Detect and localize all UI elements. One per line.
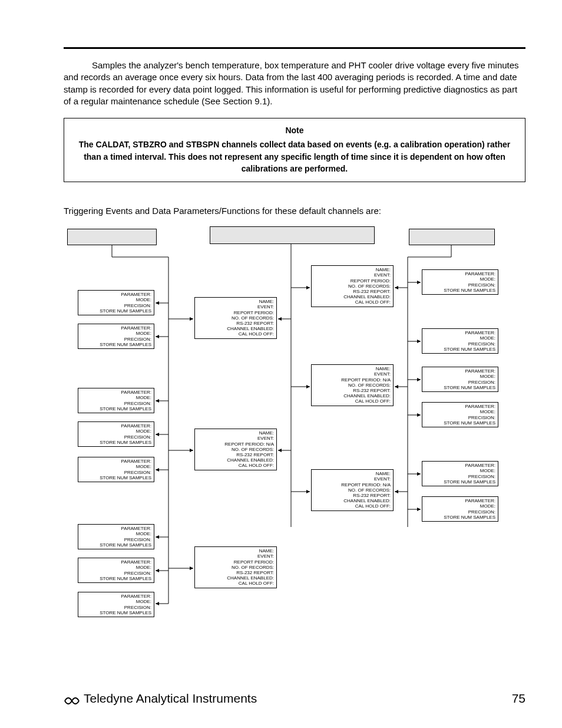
field: PARAMETER: (81, 526, 151, 531)
field: NO. OF RECORDS: (197, 447, 274, 452)
field: PARAMETER: (81, 292, 151, 297)
field: STORE NUM SAMPLES (81, 610, 151, 615)
field: CAL HOLD OFF: (197, 581, 274, 586)
field: PRECISION: (425, 380, 495, 385)
field: REPORT PERIOD: N/A (197, 442, 274, 447)
field: NO. OF RECORDS: (314, 284, 391, 289)
field: MODE: (81, 531, 151, 536)
field: STORE NUM SAMPLES (425, 420, 495, 426)
field: PRECISION: (81, 571, 151, 576)
field: PARAMETER: (425, 404, 495, 409)
param-box: PARAMETER: MODE: PRECISION: STORE NUM SA… (422, 328, 498, 354)
field: MODE: (425, 503, 495, 509)
field: EVENT: (314, 272, 391, 278)
field: STORE NUM SAMPLES (81, 406, 151, 411)
intro-paragraph: Samples the analyzer's bench temperature… (64, 60, 525, 107)
field: PARAMETER: (81, 423, 151, 429)
field: STORE NUM SAMPLES (425, 288, 495, 293)
channel-box: NAME: EVENT: REPORT PERIOD: N/A NO. OF R… (194, 429, 277, 470)
field: NO. OF RECORDS: (197, 565, 274, 570)
field: EVENT: (197, 436, 274, 441)
param-box: PARAMETER: MODE: PRECISION: STORE NUM SA… (422, 269, 498, 295)
diagram-header-left (67, 229, 157, 245)
footer-company: Teledyne Analytical Instruments (84, 691, 512, 706)
field: REPORT PERIOD: N/A (314, 377, 391, 383)
field: CAL HOLD OFF: (197, 463, 274, 468)
field: PRECISION: (81, 337, 151, 342)
field: MODE: (425, 276, 495, 282)
field: PARAMETER: (81, 594, 151, 599)
field: MODE: (81, 464, 151, 469)
field: CHANNEL ENABLED: (197, 326, 274, 331)
field: STORE NUM SAMPLES (425, 385, 495, 390)
note-title: Note (75, 124, 514, 136)
field: PARAMETER: (425, 271, 495, 276)
field: CHANNEL ENABLED: (314, 393, 391, 398)
field: REPORT PERIOD: (197, 310, 274, 315)
field: NO. OF RECORDS: (314, 487, 391, 493)
channel-box: NAME: EVENT: REPORT PERIOD: N/A NO. OF R… (311, 469, 394, 510)
field: MODE: (81, 565, 151, 570)
field: MODE: (81, 599, 151, 604)
param-box: PARAMETER: MODE: PRECISION: STORE NUM SA… (78, 290, 154, 315)
document-page: Samples the analyzer's bench temperature… (0, 0, 562, 728)
field: REPORT PERIOD: (197, 559, 274, 565)
param-box: PARAMETER: MODE: PRECISION: STORE NUM SA… (78, 324, 154, 349)
param-box: PARAMETER: MODE: PRECISION: STORE NUM SA… (422, 402, 498, 427)
field: STORE NUM SAMPLES (425, 515, 495, 520)
param-box: PARAMETER: MODE: PRECISION: STORE NUM SA… (78, 388, 154, 413)
page-footer: Teledyne Analytical Instruments 75 (64, 691, 525, 706)
param-box: PARAMETER: MODE: PRECISION: STORE NUM SA… (422, 461, 498, 486)
param-box: PARAMETER: MODE: PRECISION: STORE NUM SA… (78, 421, 154, 447)
channel-box: NAME: EVENT: REPORT PERIOD: NO. OF RECOR… (194, 546, 277, 588)
field: PARAMETER: (81, 390, 151, 395)
param-box: PARAMETER: MODE: PRECISION: STORE NUM SA… (78, 558, 154, 583)
field: RS-232 REPORT: (197, 570, 274, 575)
field: REPORT PERIOD: N/A (314, 482, 391, 487)
field: PRECISION: (81, 470, 151, 475)
field: RS-232 REPORT: (314, 388, 391, 393)
field: NO. OF RECORDS: (314, 383, 391, 388)
field: EVENT: (197, 304, 274, 309)
field: CHANNEL ENABLED: (197, 457, 274, 463)
note-body: The CALDAT, STBZRO and STBSPN channels c… (75, 139, 514, 174)
field: CAL HOLD OFF: (197, 331, 274, 337)
field: REPORT PERIOD: (314, 278, 391, 284)
field: MODE: (425, 409, 495, 414)
field: RS-232 REPORT: (314, 289, 391, 294)
channel-box: NAME: EVENT: REPORT PERIOD: NO. OF RECOR… (194, 297, 277, 338)
field: NAME: (197, 548, 274, 554)
field: CHANNEL ENABLED: (314, 498, 391, 503)
field: EVENT: (314, 476, 391, 482)
param-box: PARAMETER: MODE: PRECISION: STORE NUM SA… (78, 592, 154, 617)
field: STORE NUM SAMPLES (425, 479, 495, 485)
field: PRECISION: (81, 537, 151, 542)
field: RS-232 REPORT: (314, 493, 391, 498)
field: PRECISION: (425, 282, 495, 288)
channel-box: NAME: EVENT: REPORT PERIOD: N/A NO. OF R… (311, 364, 394, 406)
field: STORE NUM SAMPLES (81, 308, 151, 314)
param-box: PARAMETER: MODE: PRECISION: STORE NUM SA… (422, 496, 498, 522)
field: MODE: (81, 297, 151, 302)
diagram-header-center (210, 226, 375, 244)
field: PRECISION: (425, 415, 495, 420)
field: PRECISION: (425, 509, 495, 515)
field: MODE: (81, 429, 151, 434)
field: PARAMETER: (81, 459, 151, 464)
field: PRECISION: (425, 474, 495, 479)
field: PRECISION: (81, 434, 151, 440)
field: PARAMETER: (425, 463, 495, 468)
param-box: PARAMETER: MODE: PRECISION: STORE NUM SA… (78, 524, 154, 549)
field: MODE: (425, 335, 495, 341)
field: PARAMETER: (425, 368, 495, 374)
field: NAME: (314, 267, 391, 272)
field: RS-232 REPORT: (197, 452, 274, 457)
field: NAME: (197, 430, 274, 436)
field: PARAMETER: (425, 330, 495, 335)
field: STORE NUM SAMPLES (81, 342, 151, 347)
teledyne-logo-icon (64, 693, 80, 704)
field: CHANNEL ENABLED: (314, 294, 391, 299)
field: NAME: (314, 366, 391, 371)
field: PRECISION: (425, 341, 495, 347)
field: MODE: (81, 395, 151, 400)
